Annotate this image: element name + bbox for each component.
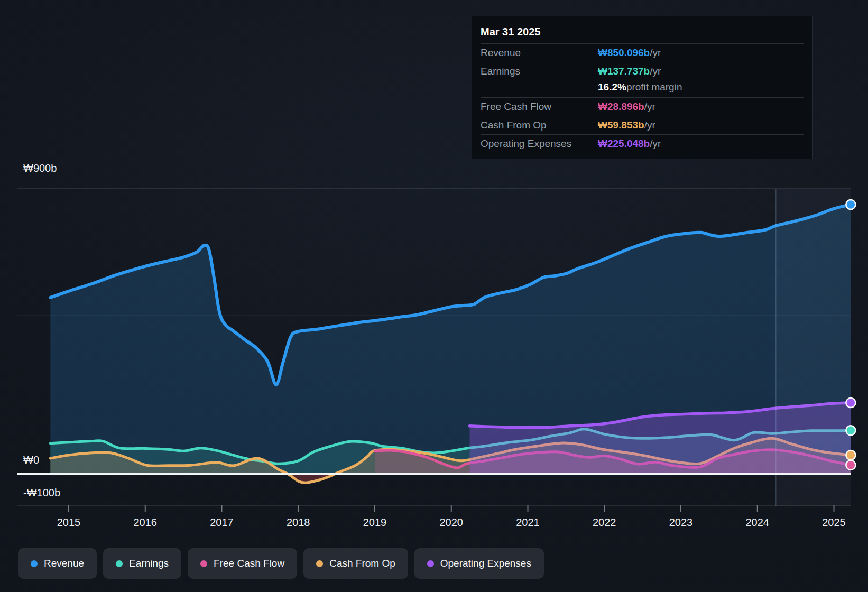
tooltip-date: Mar 31 2025 — [481, 23, 804, 43]
chart-tooltip: Mar 31 2025 Revenue₩850.096b /yrEarnings… — [472, 16, 813, 159]
legend-label-opex: Operating Expenses — [440, 558, 531, 569]
legend-item-earnings[interactable]: Earnings — [103, 548, 181, 579]
legend-label-cashop: Cash From Op — [329, 558, 395, 569]
tooltip-value-suffix: /yr — [650, 138, 661, 150]
tooltip-label-cashop: Cash From Op — [481, 119, 598, 131]
chart-hover-area[interactable] — [17, 180, 851, 506]
tooltip-label-earnings: Earnings — [481, 66, 598, 77]
tooltip-row-cashop: Cash From Op₩59.853b /yr — [481, 116, 804, 134]
legend-item-revenue[interactable]: Revenue — [18, 548, 97, 579]
x-axis-label-2017: 2017 — [210, 516, 234, 528]
chart-legend: RevenueEarningsFree Cash FlowCash From O… — [18, 548, 544, 579]
legend-label-fcf: Free Cash Flow — [214, 558, 284, 569]
x-axis-label-2015: 2015 — [57, 516, 81, 528]
legend-dot-fcf — [200, 560, 207, 567]
tooltip-row-fcf: Free Cash Flow₩28.896b /yr — [481, 97, 804, 116]
tooltip-value-revenue: ₩850.096b — [598, 47, 650, 59]
x-axis-label-2019: 2019 — [363, 516, 387, 528]
legend-label-earnings: Earnings — [129, 558, 169, 569]
tooltip-value-cashop: ₩59.853b — [598, 119, 644, 131]
x-axis-label-2021: 2021 — [516, 516, 540, 528]
x-axis-label-2020: 2020 — [440, 516, 464, 528]
tooltip-label-opex: Operating Expenses — [481, 138, 598, 150]
legend-item-cashop[interactable]: Cash From Op — [303, 548, 408, 579]
tooltip-value-suffix: /yr — [644, 101, 655, 113]
legend-item-fcf[interactable]: Free Cash Flow — [188, 548, 297, 579]
tooltip-value-suffix: /yr — [650, 66, 661, 77]
x-axis-label-2016: 2016 — [134, 516, 158, 528]
tooltip-label-fcf: Free Cash Flow — [481, 101, 598, 113]
x-axis-label-2024: 2024 — [746, 516, 770, 528]
tooltip-label-revenue: Revenue — [481, 47, 598, 59]
legend-dot-revenue — [31, 560, 38, 567]
legend-dot-opex — [427, 560, 434, 567]
tooltip-value-opex: ₩225.048b — [598, 138, 650, 150]
tooltip-rows: Revenue₩850.096b /yrEarnings₩137.737b /y… — [481, 43, 804, 153]
tooltip-value-earnings: ₩137.737b — [598, 66, 650, 77]
tooltip-value-suffix: /yr — [644, 119, 655, 131]
financial-chart-page: 2015201620172018201920202021202220232024… — [0, 0, 868, 592]
y-axis-label-900b: ₩900b — [23, 162, 57, 174]
legend-item-opex[interactable]: Operating Expenses — [414, 548, 544, 579]
tooltip-row-earnings: Earnings₩137.737b /yr — [481, 62, 804, 80]
x-axis-label-2023: 2023 — [669, 516, 693, 528]
x-axis-label-2025: 2025 — [822, 516, 846, 528]
tooltip-row-opex: Operating Expenses₩225.048b /yr — [481, 134, 804, 153]
legend-label-revenue: Revenue — [44, 558, 84, 569]
tooltip-row-revenue: Revenue₩850.096b /yr — [481, 43, 804, 62]
legend-dot-cashop — [316, 560, 323, 567]
tooltip-value-fcf: ₩28.896b — [598, 101, 644, 113]
legend-dot-earnings — [116, 560, 123, 567]
x-axis-label-2022: 2022 — [593, 516, 616, 528]
tooltip-value-suffix: /yr — [650, 47, 661, 59]
tooltip-profit-margin: 16.2% profit margin — [481, 80, 804, 97]
x-axis-label-2018: 2018 — [287, 516, 310, 528]
